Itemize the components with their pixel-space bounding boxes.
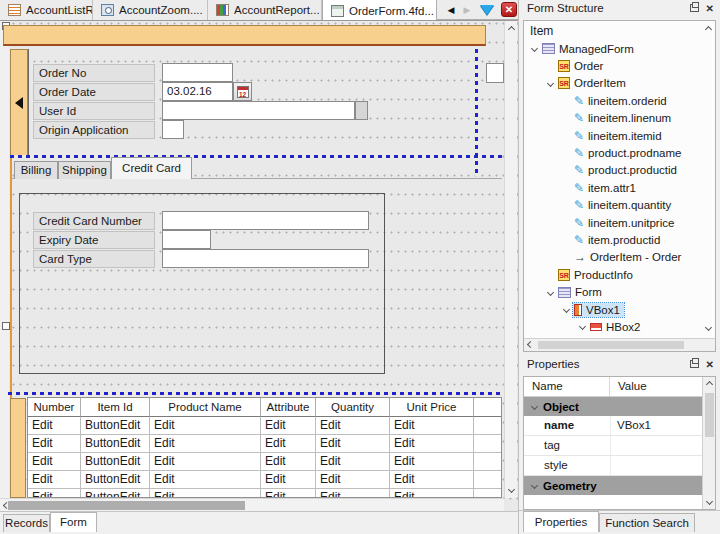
panel-float-icon[interactable] [690,4,699,12]
tree-item[interactable]: ✎product.productid [524,162,715,179]
tree-scrollbar-thumb[interactable] [538,341,684,349]
tree-item-content[interactable]: ✎lineitem.linenum [573,111,675,125]
tree-item-content[interactable]: →OrderItem - Order [573,250,685,264]
tree-expander-icon[interactable] [576,324,589,329]
clipped-input[interactable] [486,63,504,83]
tree-scroll-left-icon[interactable] [524,338,536,350]
table-cell[interactable]: Edit [28,453,81,471]
tree-item[interactable]: ✎lineitem.itemid [524,127,715,144]
property-value[interactable] [610,436,702,455]
tree-item[interactable]: ✎item.productid [524,231,715,248]
table-cell[interactable]: Edit [28,417,81,435]
table-column-header[interactable]: Quantity [316,398,390,417]
order-no-input[interactable] [162,63,233,82]
panel-close-icon[interactable]: ✕ [706,4,714,13]
origin-application-label[interactable]: Origin Application [33,121,155,139]
group-collapse-icon[interactable] [531,482,538,489]
tree-item[interactable]: VBox1 [524,301,715,318]
vbox-top-bar[interactable] [3,25,486,46]
tree-item[interactable]: SROrderItem [524,75,715,92]
tree-item[interactable]: SROrder [524,57,715,74]
tree-item[interactable]: SRProductInfo [524,266,715,283]
tree-item[interactable]: ManagedForm [524,40,715,57]
table-cell[interactable]: Edit [261,471,316,489]
document-tab[interactable]: OrderForm.4fd... [322,0,437,21]
tree-scroll-down-icon[interactable] [702,321,714,333]
tree-expander-icon[interactable] [528,46,541,51]
tree-item[interactable]: ✎lineitem.quantity [524,197,715,214]
tree-item[interactable]: ✎item.attr1 [524,179,715,196]
table-cell[interactable]: Edit [150,471,261,489]
table-column-header[interactable]: Number [28,398,81,417]
scrollbar-thumb[interactable] [8,501,245,510]
panel-float-icon[interactable] [690,360,699,368]
table-cell[interactable]: Edit [316,489,390,498]
card-type-label[interactable]: Card Type [33,250,155,268]
table-cell[interactable]: Edit [150,417,261,435]
form-designer-canvas[interactable]: Order No Order Date User Id Origin Appli… [0,20,518,511]
document-tab[interactable]: AccountListRep... [0,0,93,20]
origin-application-input[interactable] [162,120,184,139]
order-no-label[interactable]: Order No [33,64,155,82]
container-mid-handle[interactable] [2,322,10,330]
user-id-label[interactable]: User Id [33,102,155,120]
order-date-label[interactable]: Order Date [33,83,155,101]
table-side-bar[interactable] [10,398,26,498]
tree-item-content[interactable]: SROrder [557,59,607,73]
tree-item-content[interactable]: ✎product.productid [573,163,681,177]
table-column-header[interactable]: Item Id [81,398,150,417]
table-cell[interactable]: Edit [28,435,81,453]
table-cell[interactable]: Edit [261,417,316,435]
scroll-up-icon[interactable] [505,23,517,35]
property-group-object[interactable]: Object [524,397,702,416]
order-date-input[interactable]: 03.02.16 [162,82,233,101]
tab-scroll-left-icon[interactable]: ◀ [445,5,457,15]
tree-scroll-right-icon[interactable] [703,338,715,350]
property-value[interactable] [610,456,702,475]
panel-tab-properties[interactable]: Properties [523,511,599,532]
table-cell[interactable]: Edit [28,471,81,489]
collapse-arrow-icon[interactable] [15,97,23,109]
form-structure-tree[interactable]: Item ManagedFormSROrderSROrderItem✎linei… [523,20,716,352]
document-tab[interactable]: AccountReport... [208,0,322,20]
view-tab-records[interactable]: Records [3,514,50,532]
tree-item-content[interactable]: ✎item.productid [573,233,664,247]
credit-card-number-label[interactable]: Credit Card Number [33,212,155,230]
table-cell[interactable]: Edit [150,435,261,453]
tree-item-content[interactable]: ✎product.prodname [573,146,685,160]
document-tab[interactable]: AccountZoom.... [93,0,208,20]
user-id-input[interactable] [162,101,355,120]
table-cell[interactable]: Edit [261,489,316,498]
group-collapse-icon[interactable] [531,403,538,410]
tree-expander-icon[interactable] [560,307,573,312]
table-cell[interactable]: Edit [316,471,390,489]
tree-expander-icon[interactable] [544,81,557,86]
table-cell[interactable]: Edit [261,453,316,471]
tree-item-content[interactable]: ✎lineitem.quantity [573,198,675,212]
table-cell[interactable]: Edit [390,417,474,435]
table-cell[interactable]: Edit [261,435,316,453]
table-cell[interactable]: Edit [316,417,390,435]
scroll-down-icon[interactable] [703,495,715,507]
tree-item-content[interactable]: ✎item.attr1 [573,181,640,195]
tree-item-content[interactable]: SROrderItem [557,76,630,90]
table-cell[interactable]: Edit [390,471,474,489]
tab-list-dropdown-icon[interactable] [480,5,494,15]
table-cell[interactable]: ButtonEdit [81,435,150,453]
expiry-date-input[interactable] [162,230,211,249]
table-cell[interactable]: ButtonEdit [81,471,150,489]
table-cell[interactable]: Edit [390,435,474,453]
folder-tab-shipping[interactable]: Shipping [58,161,111,179]
canvas-horizontal-scrollbar[interactable] [0,498,504,511]
table-column-header[interactable]: Product Name [150,398,261,417]
scroll-down-icon[interactable] [505,483,517,495]
tree-horizontal-scrollbar[interactable] [524,338,715,351]
credit-card-number-input[interactable] [162,211,369,230]
tree-item[interactable]: ✎lineitem.orderid [524,92,715,109]
properties-grid[interactable]: Name Value ObjectnameVBox1tagstyleGeomet… [523,376,716,510]
tree-item-content[interactable]: SRProductInfo [557,268,637,282]
view-tab-form[interactable]: Form [50,512,97,532]
tree-expander-icon[interactable] [544,290,557,295]
tree-item-content[interactable]: ManagedForm [541,42,638,56]
date-picker-button[interactable]: 12 [233,82,252,101]
